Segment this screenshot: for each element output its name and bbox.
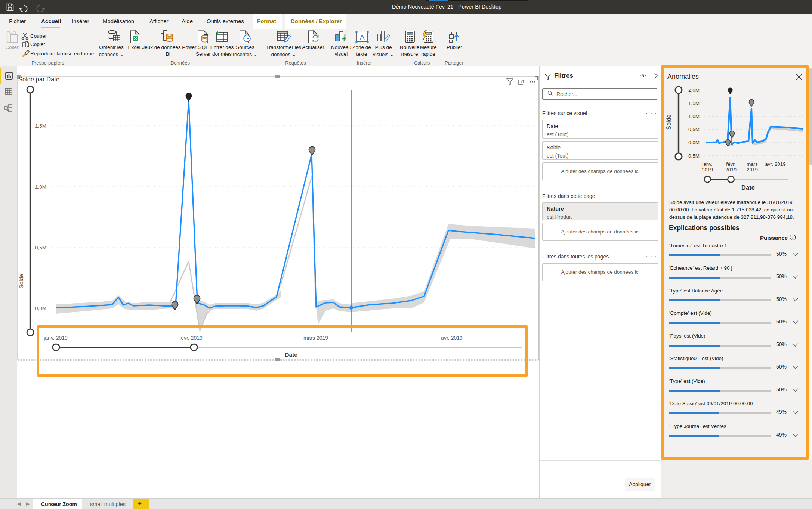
- svg-text:2019: 2019: [702, 167, 713, 173]
- svg-text:2,0M: 2,0M: [688, 87, 700, 93]
- svg-text:0,0M: 0,0M: [35, 305, 46, 311]
- svg-text:-0,5M: -0,5M: [686, 153, 700, 159]
- svg-text:2019: 2019: [725, 167, 737, 173]
- svg-text:0,0M: 0,0M: [688, 140, 700, 145]
- svg-text:Solde: Solde: [666, 114, 672, 130]
- svg-text:1,5M: 1,5M: [35, 123, 46, 129]
- svg-text:janv.: janv.: [702, 161, 713, 167]
- svg-text:Date: Date: [741, 184, 755, 191]
- svg-text:A: A: [360, 33, 365, 41]
- svg-text:1,0M: 1,0M: [35, 184, 46, 190]
- svg-text:0,5M: 0,5M: [688, 127, 700, 132]
- svg-text:mars: mars: [747, 161, 758, 167]
- svg-text:Solde: Solde: [18, 274, 24, 288]
- svg-text:avr. 2019: avr. 2019: [765, 161, 786, 167]
- svg-text:févr.: févr.: [726, 161, 736, 167]
- svg-text:Solde par Date: Solde par Date: [18, 76, 59, 83]
- svg-text:1,5M: 1,5M: [688, 100, 700, 106]
- svg-text:2019: 2019: [747, 167, 758, 173]
- svg-text:0,5M: 0,5M: [35, 245, 46, 251]
- svg-text:1,0M: 1,0M: [688, 114, 700, 119]
